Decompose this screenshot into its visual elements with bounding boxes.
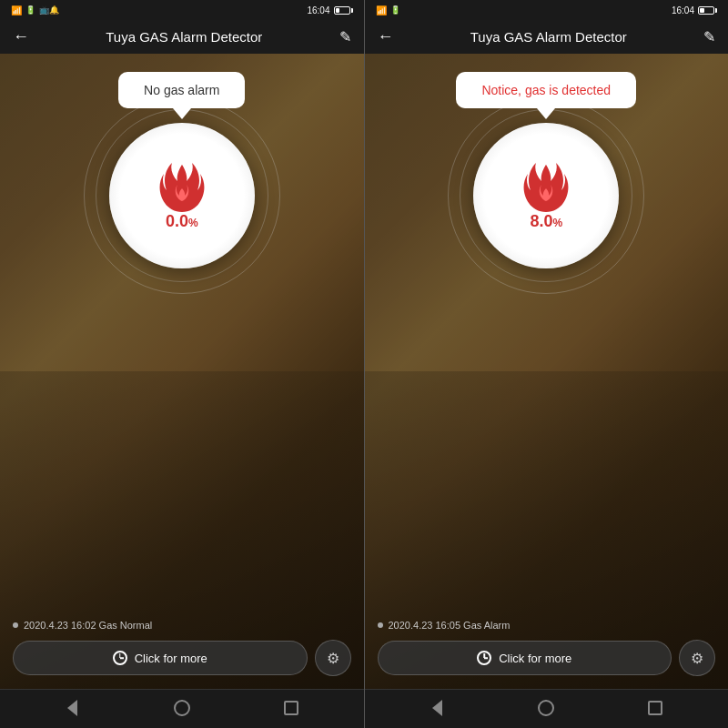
battery-body — [334, 6, 350, 15]
bottom-section-right: 2020.4.23 16:05 Gas Alarm Click for more… — [365, 612, 729, 689]
app-header-left: ← Tuya GAS Alarm Detector ✎ — [0, 20, 364, 54]
phone-content-left: No gas alarm 0.0% — [0, 54, 364, 689]
gauge-circle-right: 8.0% — [473, 123, 619, 268]
back-button-right[interactable]: ← — [378, 27, 394, 46]
nav-bar-left — [0, 689, 364, 728]
bottom-buttons-right: Click for more ⚙ — [378, 640, 716, 676]
time-left: 16:04 — [307, 5, 329, 15]
signal-icon-right: 📶 — [376, 5, 387, 15]
status-bar-left: 📶 🔋 📺🔔 16:04 — [0, 0, 364, 20]
gauge-circle-left: 0.0% — [109, 123, 255, 268]
phone-left: 📶 🔋 📺🔔 16:04 ← Tuya GAS Alarm Detector ✎ — [0, 0, 365, 728]
status-bar-signals-right: 📶 🔋 — [376, 5, 400, 15]
nav-back-left[interactable] — [59, 697, 86, 719]
log-dot-left — [13, 622, 18, 628]
square-icon-right — [648, 701, 662, 715]
app-header-right: ← Tuya GAS Alarm Detector ✎ — [365, 20, 729, 54]
circle-icon-left — [174, 700, 190, 716]
wifi-icon: 🔋 — [25, 5, 35, 15]
wifi-icon-right: 🔋 — [390, 5, 400, 15]
gauge-left: 0.0% — [109, 123, 255, 268]
phones-container: 📶 🔋 📺🔔 16:04 ← Tuya GAS Alarm Detector ✎ — [0, 0, 728, 728]
extra-icons: 📺🔔 — [39, 5, 59, 15]
circle-icon-right — [538, 700, 554, 716]
nav-home-right[interactable] — [532, 697, 560, 719]
triangle-icon-right — [432, 700, 442, 716]
battery-tip-right — [715, 8, 717, 13]
flame-icon-right — [523, 161, 569, 212]
log-text-right: 2020.4.23 16:05 Gas Alarm — [389, 620, 511, 631]
battery-fill-right — [700, 8, 704, 13]
gauge-right: 8.0% — [473, 123, 619, 268]
status-time-left: 16:04 — [307, 5, 352, 15]
battery-icon-left — [334, 6, 353, 15]
clock-icon-right — [477, 651, 491, 665]
click-more-button-right[interactable]: Click for more — [378, 641, 672, 675]
log-entry-right: 2020.4.23 16:05 Gas Alarm — [378, 620, 716, 631]
back-button-left[interactable]: ← — [13, 27, 29, 46]
click-more-label-right: Click for more — [499, 652, 571, 665]
settings-button-right[interactable]: ⚙ — [679, 640, 715, 676]
battery-fill — [336, 8, 340, 13]
status-bubble-left: No gas alarm — [118, 72, 245, 108]
square-icon-left — [284, 701, 298, 715]
status-text-left: No gas alarm — [144, 83, 219, 97]
gear-icon-right: ⚙ — [691, 650, 703, 667]
status-time-right: 16:04 — [672, 5, 717, 15]
status-text-right: Notice, gas is detected — [481, 83, 611, 97]
log-dot-right — [378, 622, 383, 628]
nav-home-left[interactable] — [168, 697, 196, 719]
nav-bar-right — [365, 689, 729, 728]
gauge-value-left: 0.0% — [166, 212, 198, 231]
app-title-right: Tuya GAS Alarm Detector — [401, 29, 697, 45]
nav-recents-left[interactable] — [278, 697, 305, 719]
click-more-button-left[interactable]: Click for more — [13, 641, 308, 675]
nav-recents-right[interactable] — [642, 697, 669, 719]
time-right: 16:04 — [672, 5, 694, 15]
clock-icon-left — [113, 651, 127, 665]
phone-right: 📶 🔋 16:04 ← Tuya GAS Alarm Detector ✎ — [365, 0, 729, 728]
battery-icon-right — [698, 6, 717, 15]
battery-body-right — [698, 6, 714, 15]
signal-icon: 📶 — [11, 5, 22, 15]
flame-icon-left — [159, 161, 205, 212]
settings-button-left[interactable]: ⚙ — [315, 640, 351, 676]
edit-button-right[interactable]: ✎ — [703, 28, 715, 46]
bottom-buttons-left: Click for more ⚙ — [13, 640, 351, 676]
app-title-left: Tuya GAS Alarm Detector — [36, 29, 332, 45]
status-bubble-right: Notice, gas is detected — [456, 72, 636, 108]
content-area-left: No gas alarm 0.0% — [0, 54, 364, 689]
content-area-right: Notice, gas is detected 8.0% — [365, 54, 729, 689]
phone-content-right: Notice, gas is detected 8.0% — [365, 54, 729, 689]
nav-back-right[interactable] — [423, 697, 450, 719]
triangle-icon-left — [67, 700, 77, 716]
click-more-label-left: Click for more — [135, 652, 207, 665]
gear-icon-left: ⚙ — [327, 650, 339, 667]
gauge-value-right: 8.0% — [530, 212, 562, 231]
log-text-left: 2020.4.23 16:02 Gas Normal — [24, 620, 152, 631]
bottom-section-left: 2020.4.23 16:02 Gas Normal Click for mor… — [0, 612, 364, 689]
log-entry-left: 2020.4.23 16:02 Gas Normal — [13, 620, 351, 631]
battery-tip — [351, 8, 353, 13]
status-bar-right: 📶 🔋 16:04 — [365, 0, 729, 20]
status-bar-signals: 📶 🔋 📺🔔 — [11, 5, 59, 15]
edit-button-left[interactable]: ✎ — [339, 28, 351, 46]
